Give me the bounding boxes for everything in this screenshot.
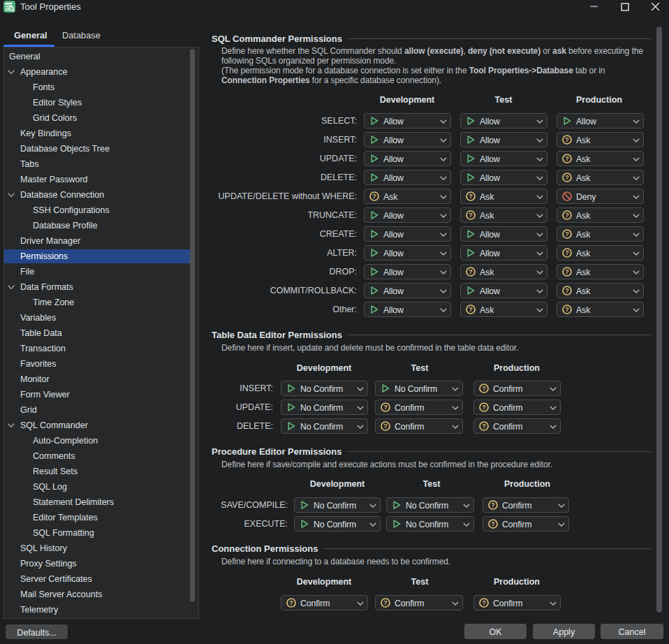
svg-text:?: ? (565, 249, 569, 256)
svg-text:?: ? (469, 306, 473, 313)
svg-text:?: ? (565, 212, 569, 219)
svg-text:?: ? (482, 404, 486, 411)
svg-text:?: ? (383, 599, 388, 606)
svg-text:?: ? (383, 423, 388, 430)
svg-text:?: ? (565, 136, 569, 143)
svg-text:?: ? (491, 520, 495, 527)
svg-text:?: ? (565, 174, 569, 181)
svg-text:?: ? (482, 385, 486, 392)
svg-text:?: ? (289, 599, 293, 606)
svg-text:?: ? (491, 502, 495, 508)
svg-text:?: ? (565, 306, 569, 313)
svg-text:?: ? (565, 155, 569, 162)
svg-text:?: ? (383, 404, 388, 411)
svg-text:?: ? (469, 193, 473, 200)
svg-text:?: ? (565, 230, 569, 237)
svg-text:?: ? (469, 212, 473, 219)
svg-text:?: ? (482, 599, 486, 606)
svg-text:?: ? (565, 268, 569, 275)
svg-text:?: ? (565, 287, 569, 294)
svg-text:?: ? (482, 423, 486, 430)
svg-text:?: ? (469, 268, 473, 275)
svg-text:?: ? (372, 193, 376, 200)
